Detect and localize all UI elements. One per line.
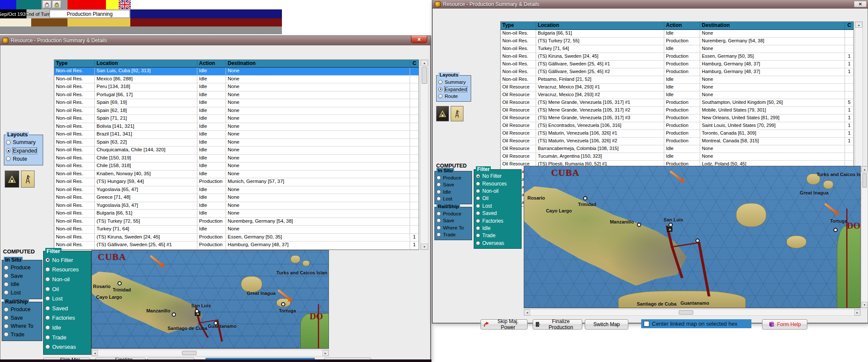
- scroll-left-icon[interactable]: [92, 350, 98, 356]
- center-map-checkbox[interactable]: Center linked map on selected hex: [641, 319, 751, 328]
- table-row[interactable]: Non-oil Res.Mexico [86, 288]IdleNone: [54, 76, 419, 84]
- table-row[interactable]: Non-oil Res.(TS) Kiruna, Sweden [24, 45]…: [54, 234, 419, 242]
- column-header-action[interactable]: Action: [664, 22, 700, 29]
- radio-option-idle[interactable]: Idle: [476, 225, 520, 231]
- table-row[interactable]: Non-oil Res.Yugoslavia [63, 47]IdleNone: [54, 202, 419, 210]
- table-row[interactable]: Oil ResourceBarrancabermeja, Colombia [1…: [501, 145, 853, 153]
- scrollbar-thumb[interactable]: [862, 173, 867, 188]
- column-header-location[interactable]: Location: [95, 60, 197, 67]
- column-header-c[interactable]: C: [410, 60, 419, 67]
- table-row[interactable]: Non-oil Res.Peru [134, 318]IdleNone: [54, 83, 419, 91]
- scroll-left-icon[interactable]: [524, 309, 530, 315]
- table-row[interactable]: Non-oil Res.(TS) Gällivare, Sweden [25, …: [501, 61, 853, 68]
- radio-option-non-oil[interactable]: Non-oil: [45, 276, 90, 283]
- map-vertical-scrollbar[interactable]: [861, 166, 868, 308]
- scroll-up-icon[interactable]: [862, 166, 868, 172]
- table-row[interactable]: Non-oil Res.Portugal [66, 17]IdleNone: [54, 91, 419, 100]
- radio-option-resources[interactable]: Resources: [476, 181, 520, 187]
- scroll-up-icon[interactable]: [421, 60, 428, 66]
- radio-option-trade[interactable]: Trade: [4, 332, 41, 338]
- table-row[interactable]: Non-oil Res.Turkey [71, 64]IdleNone: [54, 226, 419, 234]
- radio-option-lost[interactable]: Lost: [437, 196, 471, 201]
- map[interactable]: CUBA DO RosarioTrinidadCayo LargoGreat I…: [91, 250, 329, 349]
- column-header-type[interactable]: Type: [501, 22, 536, 29]
- radio-option-lost[interactable]: Lost: [476, 203, 520, 209]
- table-row[interactable]: Non-oil Res.Chuquicamata, Chile [144, 32…: [54, 147, 419, 155]
- table-row[interactable]: Non-oil Res.Turkey [71, 64]IdleNone: [501, 45, 853, 53]
- table-row[interactable]: Non-oil Res.Petsamo, Finland [21, 52]Idl…: [501, 76, 853, 84]
- table-row[interactable]: Oil ResourceTucumán, Argentina [150, 323…: [501, 153, 853, 161]
- radio-option-no-filter[interactable]: No Filter: [45, 257, 90, 263]
- map-horizontal-scrollbar[interactable]: [524, 309, 861, 316]
- switch-map-button[interactable]: Switch Map: [585, 319, 628, 330]
- table-row[interactable]: Oil Resource(TS) Maturin, Venezuela [106…: [501, 138, 853, 145]
- table-row[interactable]: Non-oil Res.Bulgaria [66, 51]IdleNone: [501, 30, 853, 38]
- table-row[interactable]: Non-oil Res.Spain [63, 22]IdleNone: [54, 139, 419, 147]
- radio-option-where-to[interactable]: Where To: [437, 225, 471, 230]
- radio-option-resources[interactable]: Resources: [45, 266, 90, 273]
- table-row[interactable]: Non-oil Res.Spain [62, 18]IdleNone: [54, 107, 419, 115]
- close-icon[interactable]: [411, 36, 427, 43]
- radio-option-factories[interactable]: Factories: [45, 315, 90, 321]
- table-row[interactable]: Non-oil Res.(TS) Gällivare, Sweden [25, …: [501, 68, 853, 76]
- radio-option-where-to[interactable]: Where To: [4, 323, 41, 329]
- radio-option-summary[interactable]: Summary: [438, 79, 470, 85]
- table-row[interactable]: Non-oil Res.Chile [150, 319]IdleNone: [54, 155, 419, 163]
- table-row[interactable]: Non-oil Res.Bulgaria [66, 51]IdleNone: [54, 210, 419, 218]
- map[interactable]: CUBA DO RosarioTrinidadCayo LargoGreat I…: [524, 166, 861, 308]
- column-header-location[interactable]: Location: [536, 22, 664, 29]
- radio-option-save[interactable]: Save: [4, 273, 41, 279]
- column-header-destination[interactable]: Destination: [700, 22, 845, 29]
- radio-option-produce[interactable]: Produce: [437, 211, 471, 216]
- radio-option-trade[interactable]: Trade: [476, 233, 520, 238]
- column-header-c[interactable]: C: [845, 22, 853, 29]
- table-row[interactable]: Non-oil Res.Spain [69, 19]IdleNone: [54, 99, 419, 107]
- table-row[interactable]: Non-oil Res.Chile [158, 318]IdleNone: [54, 162, 419, 171]
- radio-option-oil[interactable]: Oil: [45, 286, 90, 292]
- table-row[interactable]: Oil ResourceVeracruz, Mexico [94, 293] #…: [501, 84, 853, 91]
- radio-option-overseas[interactable]: Overseas: [476, 240, 520, 246]
- table-row[interactable]: Oil Resource(TS) Encontrados, Venezuela …: [501, 122, 853, 130]
- radio-option-save[interactable]: Save: [437, 218, 471, 223]
- scrollbar-thumb[interactable]: [422, 67, 427, 84]
- table-row[interactable]: Non-oil Res.Spain [71, 21]IdleNone: [54, 115, 419, 123]
- radio-option-save[interactable]: Save: [437, 182, 471, 187]
- scroll-right-icon[interactable]: [854, 309, 860, 315]
- radio-option-produce[interactable]: Produce: [4, 265, 41, 271]
- radio-option-idle[interactable]: Idle: [45, 324, 90, 331]
- radio-option-produce[interactable]: Produce: [4, 306, 41, 312]
- radio-option-overseas[interactable]: Overseas: [45, 344, 90, 350]
- table-row[interactable]: Non-oil Res.Knaben, Norway [40, 35]IdleN…: [54, 171, 419, 179]
- radio-option-route[interactable]: Route: [438, 94, 470, 99]
- end-of-turn-label[interactable]: End of Turn: [27, 9, 49, 18]
- radio-option-lost[interactable]: Lost: [4, 290, 41, 296]
- table-row[interactable]: Non-oil Res.(TS) Gällivare, Sweden [25, …: [54, 241, 419, 250]
- table-vertical-scrollbar[interactable]: [420, 59, 428, 250]
- map-horizontal-scrollbar[interactable]: [91, 350, 329, 356]
- skip-major-power-button[interactable]: Skip Maj. Power: [481, 319, 528, 330]
- table-row[interactable]: Non-oil Res.(TS) Kiruna, Sweden [24, 45]…: [501, 53, 853, 61]
- radio-option-idle[interactable]: Idle: [437, 189, 471, 194]
- table-row[interactable]: Oil Resource(TS) Mene Grande, Venezuela …: [501, 99, 853, 107]
- column-header-type[interactable]: Type: [54, 60, 95, 67]
- radio-option-saved[interactable]: Saved: [476, 210, 520, 216]
- radio-option-expanded[interactable]: Expanded: [438, 87, 470, 92]
- form-help-button[interactable]: ? Form Help: [762, 319, 807, 330]
- scroll-right-icon[interactable]: [323, 350, 328, 356]
- radio-option-trade[interactable]: Trade: [437, 232, 471, 237]
- oil-derrick-icon[interactable]: [21, 171, 35, 188]
- table-row[interactable]: Non-oil Res.Yugoslavia [65, 47]IdleNone: [54, 186, 419, 194]
- radio-option-save[interactable]: Save: [4, 315, 41, 321]
- radio-option-no-filter[interactable]: No Filter: [476, 173, 520, 179]
- checkbox-icon[interactable]: [644, 321, 649, 327]
- scrollbar-thumb[interactable]: [679, 310, 693, 315]
- window-titlebar[interactable]: Resource - Production Summary & Details: [0, 36, 431, 45]
- mine-resources-icon[interactable]: [436, 106, 449, 121]
- radio-option-lost[interactable]: Lost: [45, 295, 90, 302]
- radio-option-saved[interactable]: Saved: [45, 305, 90, 312]
- table-row[interactable]: Non-oil Res.(TS) Turkey [72, 55]Producti…: [501, 38, 853, 45]
- table-row[interactable]: Oil Resource(TS) Maturin, Venezuela [106…: [501, 130, 853, 138]
- radio-option-produce[interactable]: Produce: [437, 175, 471, 180]
- table-row[interactable]: Oil ResourceVeracruz, Mexico [94, 293] #…: [501, 91, 853, 99]
- scroll-down-icon[interactable]: [421, 244, 428, 250]
